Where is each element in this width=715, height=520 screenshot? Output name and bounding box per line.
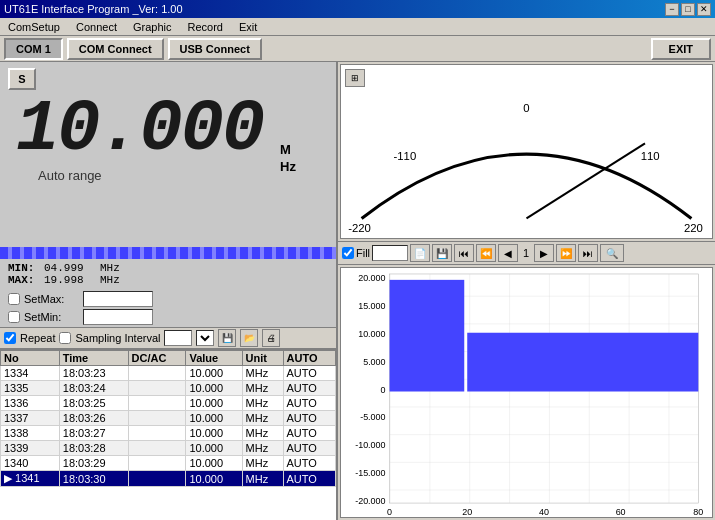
- bar-2: [467, 333, 698, 392]
- cell-dcac: [128, 441, 186, 456]
- data-table: No Time DC/AC Value Unit AUTO 133418:03:…: [0, 350, 336, 487]
- gauge-arc: [362, 154, 692, 218]
- minimize-button[interactable]: −: [665, 3, 679, 16]
- nav-next-btn[interactable]: ▶: [534, 244, 554, 262]
- table-header-row: No Time DC/AC Value Unit AUTO: [1, 351, 336, 366]
- open-icon-btn[interactable]: 📂: [240, 329, 258, 347]
- com1-button[interactable]: COM 1: [4, 38, 63, 60]
- setmax-input[interactable]: 22000: [83, 291, 153, 307]
- cell-no: 1338: [1, 426, 60, 441]
- col-no: No: [1, 351, 60, 366]
- table-row[interactable]: 133418:03:2310.000MHzAUTO: [1, 366, 336, 381]
- cell-unit: MHz: [242, 426, 283, 441]
- cell-auto: AUTO: [283, 441, 336, 456]
- cell-no: ▶ 1341: [1, 471, 60, 487]
- usb-connect-button[interactable]: USB Connect: [168, 38, 262, 60]
- y-label-neg10: -10.000: [355, 440, 385, 450]
- x-label-40: 40: [539, 507, 549, 517]
- nav-last-btn[interactable]: ⏭: [578, 244, 598, 262]
- maximize-button[interactable]: □: [681, 3, 695, 16]
- setmax-checkbox[interactable]: [8, 293, 20, 305]
- interval-checkbox[interactable]: [59, 332, 71, 344]
- menu-comsetup[interactable]: ComSetup: [2, 20, 66, 34]
- cell-dcac: [128, 471, 186, 487]
- page-number: 1: [520, 247, 532, 259]
- setmin-input[interactable]: -22000: [83, 309, 153, 325]
- interval-label: Sampling Interval: [75, 332, 160, 344]
- col-unit: Unit: [242, 351, 283, 366]
- unit-line2: Hz: [280, 159, 296, 176]
- gauge-label-neg220: -220: [348, 222, 371, 234]
- s-button[interactable]: S: [8, 68, 36, 90]
- save-chart-btn[interactable]: 💾: [432, 244, 452, 262]
- main-area: S 10.000 M Hz Auto range MIN: 04.999 MHz…: [0, 62, 715, 520]
- y-label-20: 20.000: [358, 273, 385, 283]
- repeat-label: Repeat: [20, 332, 55, 344]
- x-label-0: 0: [387, 507, 392, 517]
- min-value: 04.999: [44, 262, 94, 274]
- cell-no: 1336: [1, 396, 60, 411]
- data-table-container[interactable]: No Time DC/AC Value Unit AUTO 133418:03:…: [0, 349, 336, 520]
- cell-dcac: [128, 396, 186, 411]
- cell-dcac: [128, 426, 186, 441]
- nav-first-btn[interactable]: ⏮: [454, 244, 474, 262]
- menu-record[interactable]: Record: [182, 20, 229, 34]
- save-icon-btn[interactable]: 💾: [218, 329, 236, 347]
- setmin-checkbox[interactable]: [8, 311, 20, 323]
- menu-graphic[interactable]: Graphic: [127, 20, 178, 34]
- col-auto: AUTO: [283, 351, 336, 366]
- cell-unit: MHz: [242, 411, 283, 426]
- table-row[interactable]: 133518:03:2410.000MHzAUTO: [1, 381, 336, 396]
- col-value: Value: [186, 351, 242, 366]
- table-row[interactable]: 133618:03:2510.000MHzAUTO: [1, 396, 336, 411]
- nav-next-next-btn[interactable]: ⏩: [556, 244, 576, 262]
- page-input[interactable]: 100: [372, 245, 408, 261]
- window-title: UT61E Interface Program _Ver: 1.00: [4, 3, 183, 15]
- cell-dcac: [128, 381, 186, 396]
- repeat-checkbox[interactable]: [4, 332, 16, 344]
- table-row[interactable]: 133818:03:2710.000MHzAUTO: [1, 426, 336, 441]
- nav-prev-btn[interactable]: ◀: [498, 244, 518, 262]
- cell-auto: AUTO: [283, 411, 336, 426]
- cell-time: 18:03:26: [59, 411, 128, 426]
- zoom-btn[interactable]: 🔍: [600, 244, 624, 262]
- interval-input[interactable]: 10: [164, 330, 192, 346]
- bar-1: [390, 280, 465, 392]
- close-button[interactable]: ✕: [697, 3, 711, 16]
- menu-connect[interactable]: Connect: [70, 20, 123, 34]
- cell-unit: MHz: [242, 381, 283, 396]
- fill-checkbox[interactable]: [342, 247, 354, 259]
- unit-select[interactable]: S: [196, 330, 214, 346]
- cell-auto: AUTO: [283, 456, 336, 471]
- table-row[interactable]: 134018:03:2910.000MHzAUTO: [1, 456, 336, 471]
- progress-bar: [0, 247, 336, 259]
- cell-dcac: [128, 411, 186, 426]
- exit-button[interactable]: EXIT: [651, 38, 711, 60]
- menu-exit[interactable]: Exit: [233, 20, 263, 34]
- menu-bar: ComSetup Connect Graphic Record Exit: [0, 18, 715, 36]
- table-row[interactable]: 133918:03:2810.000MHzAUTO: [1, 441, 336, 456]
- table-row[interactable]: ▶ 134118:03:3010.000MHzAUTO: [1, 471, 336, 487]
- left-panel: S 10.000 M Hz Auto range MIN: 04.999 MHz…: [0, 62, 338, 520]
- com-connect-button[interactable]: COM Connect: [67, 38, 164, 60]
- col-dcac: DC/AC: [128, 351, 186, 366]
- cell-time: 18:03:30: [59, 471, 128, 487]
- max-unit: MHz: [100, 274, 130, 286]
- y-label-15: 15.000: [358, 301, 385, 311]
- gauge-label-110: 110: [641, 150, 660, 162]
- max-row: MAX: 19.998 MHz: [8, 274, 328, 286]
- gauge-icon-button[interactable]: ⊞: [345, 69, 365, 87]
- cell-auto: AUTO: [283, 471, 336, 487]
- cell-value: 10.000: [186, 366, 242, 381]
- cell-no: 1337: [1, 411, 60, 426]
- cell-no: 1340: [1, 456, 60, 471]
- cell-time: 18:03:27: [59, 426, 128, 441]
- cell-no: 1334: [1, 366, 60, 381]
- cell-value: 10.000: [186, 411, 242, 426]
- max-label: MAX:: [8, 274, 38, 286]
- y-label-0: 0: [381, 385, 386, 395]
- nav-prev-prev-btn[interactable]: ⏪: [476, 244, 496, 262]
- new-doc-btn[interactable]: 📄: [410, 244, 430, 262]
- table-row[interactable]: 133718:03:2610.000MHzAUTO: [1, 411, 336, 426]
- print-icon-btn[interactable]: 🖨: [262, 329, 280, 347]
